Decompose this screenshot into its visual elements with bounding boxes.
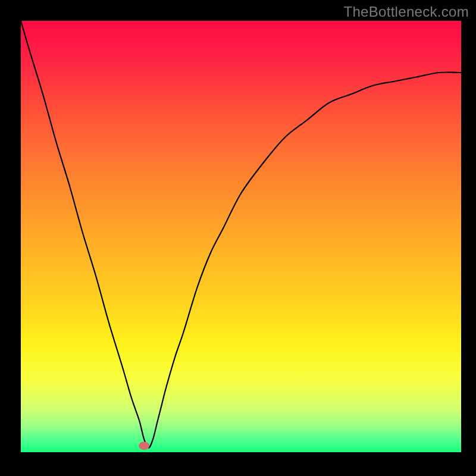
watermark-label: TheBottleneck.com <box>343 4 469 20</box>
bottleneck-chart <box>0 0 476 476</box>
plot-background <box>21 21 461 452</box>
min-marker <box>139 441 149 450</box>
chart-container: TheBottleneck.com <box>0 0 476 476</box>
